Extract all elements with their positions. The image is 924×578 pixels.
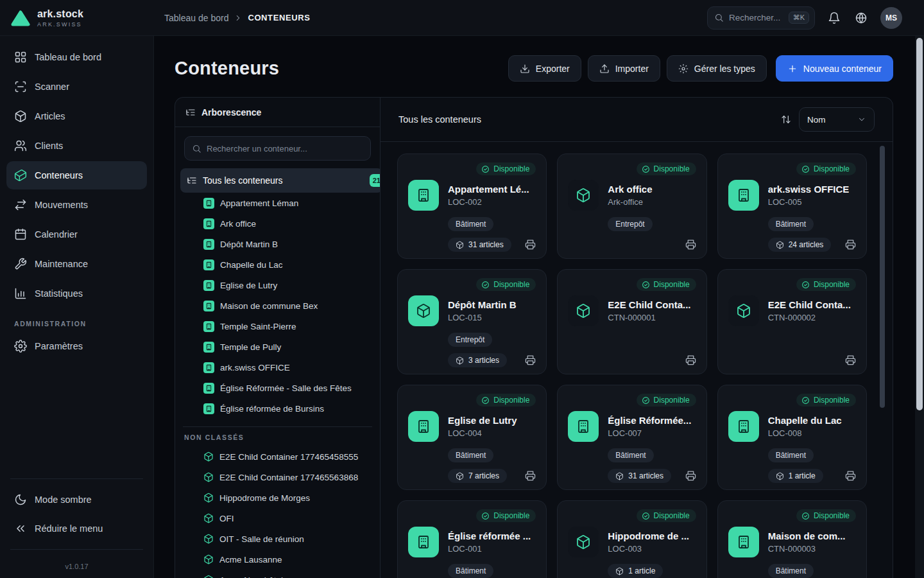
avatar[interactable]: MS [880, 7, 902, 29]
articles-count-chip: 1 article [768, 469, 823, 483]
sidebar-item-statistiques[interactable]: Statistiques [6, 279, 147, 308]
sidebar-item-parametres[interactable]: Paramètres [6, 332, 147, 360]
sidebar-item-mouvements[interactable]: Mouvements [6, 191, 147, 219]
window-scrollbar[interactable] [915, 36, 924, 578]
container-card[interactable]: Disponible Appartement Lé... LOC-002 Bât… [397, 153, 547, 259]
check-circle-icon [642, 396, 650, 405]
tree-item[interactable]: Chapelle du Lac [180, 254, 380, 275]
container-type-icon [728, 180, 759, 211]
status-label: Disponible [493, 164, 529, 173]
tree-item[interactable]: Église réformée de Bursins [180, 398, 380, 419]
tree-item-unclassified[interactable]: OFI [180, 508, 380, 529]
building-icon [416, 419, 431, 434]
sidebar-item-maintenance[interactable]: Maintenance [6, 250, 147, 278]
container-name: Église Réformée... [608, 415, 691, 426]
collapse-menu-button[interactable]: Réduire le menu [6, 514, 147, 543]
articles-count-label: 31 articles [468, 240, 504, 249]
calendar-icon [14, 228, 27, 241]
cube-icon [576, 303, 591, 319]
tree-item[interactable]: Eglise de Lutry [180, 275, 380, 295]
tree-root-item[interactable]: Tous les conteneurs 21 [180, 168, 380, 193]
tree-item-unclassified[interactable]: E2E Child Container 177465563868 [180, 467, 380, 487]
print-button[interactable] [845, 470, 856, 481]
print-button[interactable] [685, 470, 696, 481]
status-label: Disponible [493, 511, 529, 520]
tree-scroll-area[interactable]: Tous les conteneurs 21 Appartement Léman… [175, 167, 380, 578]
sidebar-item-conteneurs[interactable]: Conteneurs [6, 161, 147, 189]
container-card[interactable]: Disponible E2E Child Conta... CTN-000002 [717, 269, 867, 374]
sidebar-item-articles[interactable]: Articles [6, 102, 147, 130]
print-button[interactable] [525, 355, 536, 365]
building-icon [203, 403, 214, 414]
print-button[interactable] [525, 470, 536, 481]
language-button[interactable] [853, 10, 869, 26]
container-card[interactable]: Disponible Eglise de Lutry LOC-004 Bâtim… [397, 385, 547, 490]
chart-icon [14, 287, 27, 300]
container-card[interactable]: Disponible Hippodrome de ... LOC-003 1 a… [557, 500, 706, 578]
container-card[interactable]: Disponible Église réformée ... LOC-001 B… [397, 500, 547, 578]
building-icon [203, 280, 214, 291]
unclassified-section-label: NON CLASSÉS [184, 434, 380, 441]
scrollbar-thumb[interactable] [880, 146, 885, 408]
cards-scroll-area[interactable]: Disponible Appartement Lé... LOC-002 Bât… [381, 142, 893, 578]
tree-item[interactable]: Temple de Pully [180, 337, 380, 357]
tree-item[interactable]: Dépôt Martin B [180, 234, 380, 254]
status-label: Disponible [654, 511, 690, 520]
tree-item[interactable]: Temple Saint-Pierre [180, 316, 380, 337]
print-button[interactable] [685, 355, 696, 365]
container-card[interactable]: Disponible Ark office Ark-office Entrepô… [557, 153, 706, 259]
tree-item-label: Acme Lausanne [219, 555, 282, 565]
sidebar-item-calendrier[interactable]: Calendrier [6, 220, 147, 249]
sidebar-item-clients[interactable]: Clients [6, 132, 147, 160]
dark-mode-toggle[interactable]: Mode sombre [6, 486, 147, 514]
tree-item[interactable]: Maison de commune Bex [180, 295, 380, 316]
container-card[interactable]: Disponible Dépôt Martin B LOC-015 Entrep… [397, 269, 547, 374]
tree-search-input[interactable] [207, 144, 363, 153]
container-card[interactable]: Disponible Chapelle du Lac LOC-008 Bâtim… [717, 385, 867, 490]
tree-item-unclassified[interactable]: Acme Lausanne [180, 549, 380, 570]
sort-field-select[interactable]: Nom [799, 107, 875, 132]
page-title: Conteneurs [175, 58, 279, 79]
global-search[interactable]: Rechercher... ⌘K [707, 6, 815, 30]
import-button[interactable]: Importer [588, 55, 660, 82]
container-code: LOC-005 [768, 197, 850, 207]
notifications-button[interactable] [826, 10, 842, 26]
sidebar-item-scanner[interactable]: Scanner [6, 73, 147, 101]
container-code: LOC-015 [448, 313, 517, 322]
export-button[interactable]: Exporter [508, 55, 581, 82]
breadcrumb-root[interactable]: Tableau de bord [164, 13, 228, 23]
container-type-icon [568, 180, 599, 211]
print-button[interactable] [525, 239, 536, 250]
print-button[interactable] [685, 239, 696, 250]
print-button[interactable] [845, 355, 856, 365]
sidebar-item-tableau-de-bord[interactable]: Tableau de bord [6, 43, 147, 71]
unclassified-item-list: E2E Child Container 177465458555 E2E Chi… [180, 446, 380, 578]
new-container-button[interactable]: Nouveau conteneur [776, 55, 893, 82]
tree-item-label: Dépôt Martin B [220, 240, 278, 249]
sidebar: Tableau de bord Scanner Articles Clients… [0, 36, 154, 578]
manage-types-button[interactable]: Gérer les types [667, 55, 767, 82]
container-card[interactable]: Disponible E2E Child Conta... CTN-000001 [557, 269, 706, 374]
tree-item-unclassified[interactable]: Hippodrome de Morges [180, 487, 380, 508]
tree-item-label: Appartement Léman [220, 198, 298, 208]
tree-item-unclassified[interactable]: E2E Child Container 177465458555 [180, 446, 380, 467]
list-scrollbar[interactable] [880, 146, 885, 574]
scrollbar-thumb[interactable] [916, 38, 923, 410]
container-card[interactable]: Disponible Maison de com... CTN-000003 B… [717, 500, 867, 578]
tree-item-unclassified[interactable]: Acme Neuchâtel [180, 570, 380, 578]
building-icon [203, 342, 214, 353]
search-icon [714, 13, 724, 22]
tree-item[interactable]: Ark office [180, 213, 380, 234]
articles-count-chip: 24 articles [768, 238, 832, 252]
tree-item-unclassified[interactable]: OIT - Salle de réunion [180, 529, 380, 549]
printer-icon [525, 239, 536, 250]
app-logo[interactable]: ark.stock ARK.SWISS [10, 8, 154, 28]
tree-item[interactable]: Église Réformée - Salle des Fêtes [180, 378, 380, 398]
container-card[interactable]: Disponible ark.swiss OFFICE LOC-005 Bâti… [717, 153, 867, 259]
container-card[interactable]: Disponible Église Réformée... LOC-007 Bâ… [557, 385, 706, 490]
tree-icon [185, 107, 196, 118]
tree-item[interactable]: Appartement Léman [180, 193, 380, 213]
sort-direction-button[interactable] [781, 114, 791, 125]
tree-item[interactable]: ark.swiss OFFICE [180, 357, 380, 378]
print-button[interactable] [845, 239, 856, 250]
